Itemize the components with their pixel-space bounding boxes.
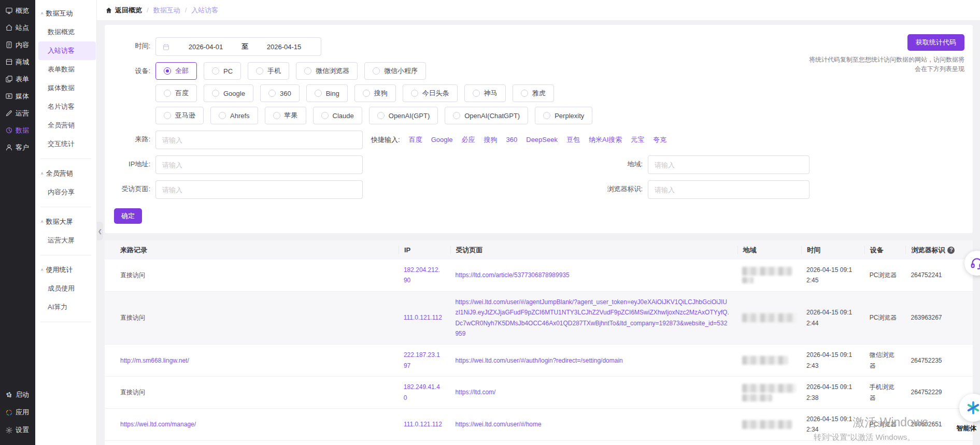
device-option-mobile[interactable]: 手机 xyxy=(248,62,289,80)
device-option-google[interactable]: Google xyxy=(204,84,253,102)
device-option-wechat-miniprogram[interactable]: 微信小程序 xyxy=(364,62,426,80)
browser-id-input[interactable] xyxy=(648,180,809,199)
device-option-shenma[interactable]: 神马 xyxy=(464,84,506,102)
submit-button[interactable]: 确定 xyxy=(114,208,142,224)
referrer-link[interactable]: https://wei.ltd.com/manage/ xyxy=(120,421,196,428)
device-option-bing[interactable]: Bing xyxy=(306,84,348,102)
quick-link-doubao[interactable]: 豆包 xyxy=(566,131,580,149)
page-link[interactable]: https://wei.ltd.com/user/#/home xyxy=(456,421,542,428)
main-area: 返回概览 / 数据互动 / 入站访客 获取统计代码 将统计代码复制至您想统计访问… xyxy=(97,0,980,445)
get-tracking-code-button[interactable]: 获取统计代码 xyxy=(907,34,964,51)
quick-link-bing[interactable]: 必应 xyxy=(462,131,475,149)
device-option-yahoo[interactable]: 雅虎 xyxy=(513,84,554,102)
submenu-item-media-data[interactable]: 媒体数据 xyxy=(35,79,96,97)
quick-link-google[interactable]: Google xyxy=(431,131,453,149)
page-link[interactable]: https://wei.ltd.com/user/#/agentJumpBlan… xyxy=(455,298,729,337)
device-option-openai-chatgpt[interactable]: OpenAI(ChatGPT) xyxy=(445,107,528,124)
rail-item-mall[interactable]: 商城 xyxy=(0,53,35,70)
submenu-item-form-data[interactable]: 表单数据 xyxy=(35,60,96,79)
page-link[interactable]: https://wei.ltd.com/user/#/auth/login?re… xyxy=(456,357,623,364)
tracking-code-note: 将统计代码复制至您想统计访问数据的网站，访问数据将 会在下方列表呈现 xyxy=(809,55,964,74)
rail-item-media[interactable]: 媒体 xyxy=(0,88,35,105)
rail-item-label: 表单 xyxy=(16,75,29,84)
radio-icon xyxy=(212,90,219,97)
help-icon[interactable]: ? xyxy=(947,247,955,254)
ip-link[interactable]: 111.0.121.112 xyxy=(404,421,442,428)
rail-item-apps[interactable]: 应用 xyxy=(0,404,35,421)
page-link[interactable]: https://ltd.com/article/5377306878989935 xyxy=(456,271,570,279)
ip-link[interactable]: 182.249.41.40 xyxy=(404,383,440,401)
page-link[interactable]: https://ltd.com/ xyxy=(455,389,495,396)
quick-link-kuake[interactable]: 夸克 xyxy=(653,131,666,149)
date-range-picker[interactable]: 2026-04-01 至 2026-04-15 xyxy=(155,37,321,56)
device-option-openai-gpt[interactable]: OpenAI(GPT) xyxy=(369,107,438,124)
rail-item-label: 启动 xyxy=(16,390,29,399)
cell-time: 2026-04-15 09:12:05 xyxy=(801,441,864,445)
section-toggle-staff-marketing[interactable]: ∧ 全员营销 xyxy=(35,164,96,183)
submenu-item-staff-marketing[interactable]: 全员营销 xyxy=(35,116,96,135)
device-option-all[interactable]: 全部 xyxy=(155,62,197,80)
ip-link[interactable]: 182.204.212.90 xyxy=(404,266,440,284)
device-option-amazon[interactable]: 亚马逊 xyxy=(155,107,204,124)
submenu-item-ai-compute[interactable]: AI算力 xyxy=(35,298,96,317)
rail-item-form[interactable]: 表单 xyxy=(0,70,35,88)
device-option-sogou[interactable]: 搜狗 xyxy=(354,84,396,102)
device-option-toutiao[interactable]: 今日头条 xyxy=(403,84,458,102)
device-option-baidu[interactable]: 百度 xyxy=(155,84,197,102)
device-option-perplexity[interactable]: Perplexity xyxy=(535,107,592,124)
region-redacted xyxy=(742,394,772,401)
visited-page-input[interactable] xyxy=(155,180,363,199)
rail-item-overview[interactable]: 概览 xyxy=(0,2,35,19)
browser-id-group: 浏览器标识: xyxy=(601,180,809,199)
secondary-nav: ∧ 数据互动 数据概览 入站访客 表单数据 媒体数据 名片访客 全员营销 交互统… xyxy=(35,0,97,445)
rail-item-data[interactable]: 数据 xyxy=(0,122,35,139)
submenu-item-card-visitors[interactable]: 名片访客 xyxy=(35,97,96,116)
visitor-table: 来路记录 IP 受访页面 地域 时间 设备 浏览器标识 ? 直接访问 182.2… xyxy=(105,240,973,445)
quick-link-yuanbao[interactable]: 元宝 xyxy=(631,131,644,149)
table-row: http://m.sm668.lingw.net/ 222.187.23.197… xyxy=(105,344,973,377)
section-toggle-usage-stats[interactable]: ∧ 使用统计 xyxy=(35,261,96,279)
quick-link-360[interactable]: 360 xyxy=(506,131,518,149)
rail-item-site[interactable]: 站点 xyxy=(0,19,35,36)
submenu-item-operation-screen[interactable]: 运营大屏 xyxy=(35,231,96,250)
device-option-pc[interactable]: PC xyxy=(204,62,241,80)
submenu-item-inbound-visitors[interactable]: 入站访客 xyxy=(38,41,96,60)
breadcrumb-separator: / xyxy=(185,6,187,14)
rail-item-operation[interactable]: 运营 xyxy=(0,105,35,122)
section-toggle-data-screen[interactable]: ∧ 数据大屏 xyxy=(35,212,96,231)
region-input[interactable] xyxy=(648,155,809,174)
rail-item-customer[interactable]: 客户 xyxy=(0,139,35,156)
quick-link-sogou[interactable]: 搜狗 xyxy=(484,131,498,149)
breadcrumb-level1[interactable]: 数据互动 xyxy=(153,6,180,15)
submenu-item-content-share[interactable]: 内容分享 xyxy=(35,183,96,202)
quick-link-nano-ai[interactable]: 纳米AI搜索 xyxy=(589,131,622,149)
device-option-wechat-browser[interactable]: 微信浏览器 xyxy=(296,62,358,80)
ip-link[interactable]: 111.0.121.112 xyxy=(404,314,442,321)
radio-icon xyxy=(521,90,528,97)
rail-item-content[interactable]: 内容 xyxy=(0,36,35,53)
cell-referrer: 直接访问 xyxy=(105,307,399,328)
section-toggle-data-interaction[interactable]: ∧ 数据互动 xyxy=(35,4,96,23)
referrer-input[interactable] xyxy=(155,131,363,149)
device-option-360[interactable]: 360 xyxy=(260,84,300,102)
table-header: 来路记录 IP 受访页面 地域 时间 设备 浏览器标识 ? xyxy=(105,240,973,260)
breadcrumb-root[interactable]: 返回概览 xyxy=(105,6,142,15)
device-option-claude[interactable]: Claude xyxy=(313,107,362,124)
referrer-filter-row: 来路: 快捷输入: 百度 Google 必应 搜狗 360 DeepSeek 豆… xyxy=(109,131,964,149)
referrer-link[interactable]: http://m.sm668.lingw.net/ xyxy=(120,357,189,364)
quick-link-deepseek[interactable]: DeepSeek xyxy=(526,131,558,149)
ip-input[interactable] xyxy=(155,155,363,174)
device-option-apple[interactable]: 苹果 xyxy=(265,107,306,124)
quick-link-baidu[interactable]: 百度 xyxy=(409,131,422,149)
rail-item-launch[interactable]: 启动 xyxy=(0,386,35,404)
sidebar-collapse-handle[interactable]: ❮ xyxy=(97,222,103,240)
submenu-item-member-usage[interactable]: 成员使用 xyxy=(35,279,96,298)
rail-item-settings[interactable]: 设置 xyxy=(0,421,35,439)
submenu-item-interaction-stats[interactable]: 交互统计 xyxy=(35,135,96,153)
radio-icon xyxy=(273,112,280,119)
device-option-ahrefs[interactable]: Ahrefs xyxy=(210,107,258,124)
submenu-item-data-overview[interactable]: 数据概览 xyxy=(35,23,96,41)
ip-link[interactable]: 222.187.23.197 xyxy=(404,351,440,369)
agent-widget[interactable]: 智能体 xyxy=(959,394,980,433)
breadcrumb-level2[interactable]: 入站访客 xyxy=(191,6,218,15)
